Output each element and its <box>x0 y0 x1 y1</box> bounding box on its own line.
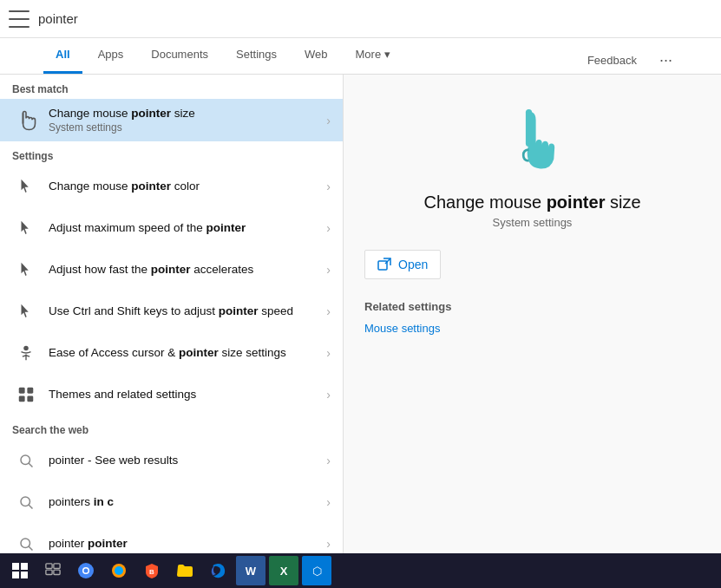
settings-item-4[interactable]: Use Ctrl and Shift keys to adjust pointe… <box>0 291 343 332</box>
web-item-2-arrow: › <box>326 495 331 509</box>
svg-rect-17 <box>12 563 19 570</box>
settings-item-3-title: Adjust how fast the pointer accelerates <box>49 262 319 278</box>
left-panel: Best match Change mouse pointer size Sys… <box>0 75 344 553</box>
svg-point-5 <box>21 455 30 465</box>
taskbar-files[interactable] <box>170 556 200 585</box>
web-item-3-arrow: › <box>326 537 331 551</box>
settings-item-6-arrow: › <box>326 388 331 402</box>
svg-rect-22 <box>54 564 60 568</box>
taskbar-chrome[interactable] <box>71 556 101 585</box>
settings-label: Settings <box>0 141 343 166</box>
tab-apps[interactable]: Apps <box>86 37 136 74</box>
svg-rect-20 <box>21 572 28 578</box>
settings-item-5[interactable]: Ease of Access cursor & pointer size set… <box>0 332 343 374</box>
web-item-1-arrow: › <box>326 454 331 467</box>
svg-rect-1 <box>19 388 25 394</box>
best-match-label: Best match <box>0 75 343 99</box>
settings-item-6-title: Themes and related settings <box>49 387 319 402</box>
main-content: Best match Change mouse pointer size Sys… <box>0 75 721 553</box>
web-item-3-text: pointer pointer <box>49 536 319 552</box>
svg-rect-24 <box>54 570 60 574</box>
settings-item-1-title: Change mouse pointer color <box>49 179 319 194</box>
taskbar-taskview[interactable] <box>38 556 68 585</box>
tab-documents[interactable]: Documents <box>139 37 220 74</box>
web-item-1[interactable]: pointer - See web results › <box>0 440 343 481</box>
ease-access-icon <box>12 339 40 367</box>
svg-point-27 <box>84 569 88 573</box>
settings-item-6[interactable]: Themes and related settings › <box>0 374 343 415</box>
tab-all[interactable]: All <box>43 37 82 74</box>
settings-item-6-text: Themes and related settings <box>49 387 319 402</box>
settings-item-1-text: Change mouse pointer color <box>49 179 319 194</box>
settings-item-2-arrow: › <box>326 221 331 235</box>
detail-subtitle: System settings <box>364 216 700 229</box>
open-button[interactable]: Open <box>364 250 441 279</box>
svg-point-29 <box>115 566 123 575</box>
pointer-speed-icon <box>12 214 40 242</box>
settings-item-2-text: Adjust maximum speed of the pointer <box>49 220 319 236</box>
search-bar <box>0 0 721 38</box>
pointer-keys-icon <box>12 297 40 325</box>
tab-more[interactable]: More ▾ <box>344 37 403 74</box>
tabs-right: Feedback ··· <box>584 47 678 74</box>
svg-line-6 <box>29 463 33 467</box>
svg-line-10 <box>29 546 33 551</box>
feedback-button[interactable]: Feedback <box>584 47 640 74</box>
pointer-size-icon <box>12 107 40 134</box>
web-item-2-text: pointers in c <box>49 494 319 510</box>
svg-point-7 <box>21 497 30 506</box>
settings-item-2-title: Adjust maximum speed of the pointer <box>49 220 319 236</box>
web-item-3[interactable]: pointer pointer › <box>0 523 343 553</box>
web-search-icon-3 <box>12 530 40 553</box>
svg-rect-19 <box>12 572 19 578</box>
svg-rect-3 <box>19 396 25 402</box>
settings-item-1-arrow: › <box>326 180 331 193</box>
best-match-item[interactable]: Change mouse pointer size System setting… <box>0 99 343 141</box>
right-panel: Change mouse pointer size System setting… <box>344 75 721 553</box>
svg-rect-21 <box>46 564 52 568</box>
settings-item-3[interactable]: Adjust how fast the pointer accelerates … <box>0 249 343 291</box>
web-search-icon-1 <box>12 447 40 474</box>
mouse-settings-link[interactable]: Mouse settings <box>364 322 700 335</box>
best-match-arrow: › <box>326 114 331 127</box>
web-item-2-title: pointers in c <box>49 494 319 510</box>
more-options-button[interactable]: ··· <box>654 48 678 73</box>
tab-web[interactable]: Web <box>292 37 340 74</box>
detail-icon-wrapper <box>364 101 700 179</box>
taskbar-edge[interactable] <box>203 556 233 585</box>
taskbar-firefox[interactable] <box>104 556 134 585</box>
taskbar-app9[interactable]: ⬡ <box>302 556 331 585</box>
svg-rect-2 <box>27 388 33 394</box>
tab-settings[interactable]: Settings <box>224 37 289 74</box>
taskbar-excel[interactable]: X <box>269 556 298 585</box>
settings-item-2[interactable]: Adjust maximum speed of the pointer › <box>0 207 343 249</box>
best-match-subtitle: System settings <box>49 121 319 135</box>
start-button[interactable] <box>5 556 35 585</box>
open-label: Open <box>398 258 428 271</box>
detail-title: Change mouse pointer size <box>364 193 700 212</box>
svg-point-9 <box>21 539 30 548</box>
svg-text:B: B <box>149 568 154 576</box>
svg-line-8 <box>29 505 33 509</box>
best-match-text: Change mouse pointer size System setting… <box>49 106 319 134</box>
web-item-1-title: pointer - See web results <box>49 453 319 468</box>
hamburger-menu[interactable] <box>9 10 29 28</box>
settings-item-4-title: Use Ctrl and Shift keys to adjust pointe… <box>49 304 319 319</box>
search-web-label: Search the web <box>0 415 343 440</box>
web-item-2[interactable]: pointers in c › <box>0 481 343 523</box>
settings-item-4-arrow: › <box>326 304 331 318</box>
themes-icon <box>12 381 40 408</box>
settings-item-1[interactable]: Change mouse pointer color › <box>0 166 343 207</box>
taskbar-word[interactable]: W <box>236 556 265 585</box>
settings-item-5-title: Ease of Access cursor & pointer size set… <box>49 345 319 361</box>
taskbar-brave[interactable]: B <box>137 556 167 585</box>
search-input[interactable] <box>38 11 712 26</box>
taskbar: B W X ⬡ <box>0 553 721 588</box>
best-match-title: Change mouse pointer size <box>49 106 319 121</box>
svg-rect-18 <box>21 563 28 570</box>
svg-rect-4 <box>27 396 33 402</box>
web-item-3-title: pointer pointer <box>49 536 319 552</box>
settings-item-5-arrow: › <box>326 346 331 360</box>
pointer-color-icon <box>12 173 40 200</box>
settings-item-4-text: Use Ctrl and Shift keys to adjust pointe… <box>49 304 319 319</box>
